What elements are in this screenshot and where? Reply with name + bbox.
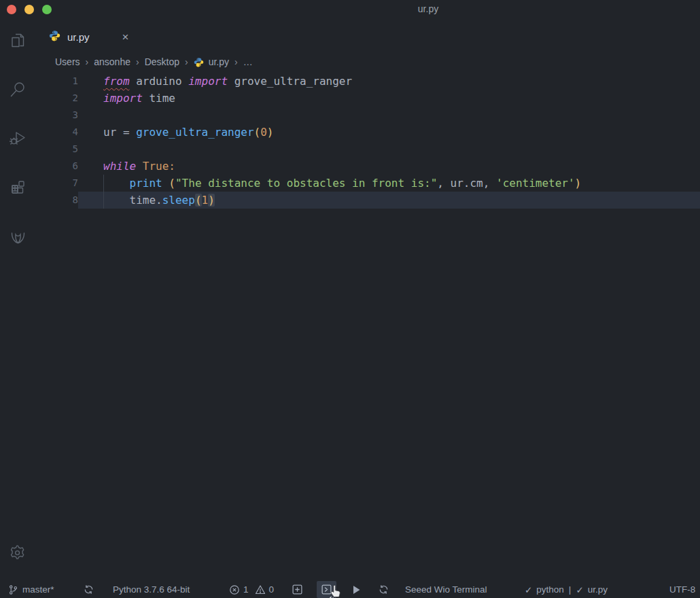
tab-label: ur.py xyxy=(67,31,90,43)
add-box-icon[interactable] xyxy=(292,581,303,598)
check-icon: ✓ xyxy=(576,584,583,595)
line-number: 3 xyxy=(35,107,78,124)
breadcrumb-ansonhe[interactable]: ansonhe xyxy=(94,56,130,67)
explorer-icon[interactable] xyxy=(9,31,27,50)
line-number: 6 xyxy=(35,158,78,175)
gear-icon[interactable] xyxy=(9,544,27,562)
chevron-separator-icon: › xyxy=(136,56,139,67)
status-bar: master* Python 3.7.6 64-bit 1 0 xyxy=(0,581,700,598)
code-text[interactable]: time.sleep(1) xyxy=(78,192,700,209)
activity-bar xyxy=(0,19,35,581)
linter-file-label: ur.py xyxy=(588,584,608,595)
warning-icon xyxy=(255,584,266,595)
chevron-separator-icon: › xyxy=(86,56,89,67)
indent-guide xyxy=(103,175,104,209)
git-branch-status[interactable]: master* xyxy=(8,581,54,598)
code-editor[interactable]: 1from arduino import grove_ultra_ranger2… xyxy=(35,73,700,581)
python-logo-icon xyxy=(194,57,204,69)
code-text[interactable]: print ("The distance to obstacles in fro… xyxy=(78,175,700,192)
close-icon[interactable]: × xyxy=(122,31,129,43)
python-interpreter-status[interactable]: Python 3.7.6 64-bit xyxy=(113,581,190,598)
code-line-1[interactable]: 1from arduino import grove_ultra_ranger xyxy=(35,73,700,90)
code-lines: 1from arduino import grove_ultra_ranger2… xyxy=(35,73,700,209)
code-text[interactable]: from arduino import grove_ultra_ranger xyxy=(78,73,700,90)
chevron-separator-icon: › xyxy=(234,56,238,67)
code-line-4[interactable]: 4ur = grove_ultra_ranger(0) xyxy=(35,124,700,141)
breadcrumb-file[interactable]: ur.py xyxy=(209,56,229,67)
pipe-separator: | xyxy=(569,584,572,595)
code-line-7[interactable]: 7 print ("The distance to obstacles in f… xyxy=(35,175,700,192)
linter-python-label: python xyxy=(536,584,564,595)
breadcrumb-symbol-ellipsis[interactable]: … xyxy=(243,56,253,67)
editor-tab[interactable]: ur.py × xyxy=(49,27,128,46)
title-bar: ur.py xyxy=(0,0,700,19)
problems-status[interactable]: 1 0 xyxy=(229,581,274,598)
linter-status[interactable]: ✓ python | ✓ ur.py xyxy=(525,581,608,598)
line-number: 1 xyxy=(35,73,78,90)
warning-count: 0 xyxy=(269,584,275,595)
check-icon: ✓ xyxy=(525,584,532,595)
line-number: 5 xyxy=(35,141,78,158)
code-line-8[interactable]: 8 time.sleep(1) xyxy=(35,192,700,209)
run-debug-icon[interactable] xyxy=(9,129,27,147)
line-number: 8 xyxy=(35,192,78,209)
board-selector[interactable]: Seeed Wio Terminal xyxy=(405,581,487,598)
code-line-5[interactable]: 5 xyxy=(35,141,700,158)
error-icon xyxy=(229,584,240,595)
play-icon[interactable] xyxy=(352,581,361,598)
code-line-3[interactable]: 3 xyxy=(35,107,700,124)
extensions-icon[interactable] xyxy=(9,178,27,196)
sync-icon[interactable] xyxy=(379,581,389,598)
vscode-window: { "window": { "title": "ur.py" }, "tab":… xyxy=(0,0,700,598)
code-text[interactable] xyxy=(78,141,700,158)
breadcrumb-desktop[interactable]: Desktop xyxy=(145,56,179,67)
code-text[interactable] xyxy=(78,107,700,124)
line-number: 7 xyxy=(35,175,78,192)
maximize-window-button[interactable] xyxy=(42,5,52,14)
code-line-6[interactable]: 6while True: xyxy=(35,158,700,175)
code-line-2[interactable]: 2import time xyxy=(35,90,700,107)
terminal-chevron-button[interactable] xyxy=(317,581,336,598)
error-count: 1 xyxy=(243,584,249,595)
python-logo-icon xyxy=(49,30,60,44)
code-text[interactable]: ur = grove_ultra_ranger(0) xyxy=(78,124,700,141)
branch-label: master* xyxy=(22,584,54,595)
code-text[interactable]: import time xyxy=(78,90,700,107)
encoding-status[interactable]: UTF-8 xyxy=(669,581,700,598)
window-title: ur.py xyxy=(391,3,466,14)
line-number: 2 xyxy=(35,90,78,107)
minimize-window-button[interactable] xyxy=(24,5,34,14)
seeed-lotus-icon[interactable] xyxy=(9,228,27,247)
line-number: 4 xyxy=(35,124,78,141)
sync-icon[interactable] xyxy=(84,581,94,598)
close-window-button[interactable] xyxy=(7,5,16,14)
chevron-separator-icon: › xyxy=(185,56,188,67)
search-icon[interactable] xyxy=(9,80,27,99)
breadcrumb: Users › ansonhe › Desktop › ur.py › … xyxy=(55,56,253,68)
code-text[interactable]: while True: xyxy=(78,158,700,175)
breadcrumb-users[interactable]: Users xyxy=(55,56,80,67)
